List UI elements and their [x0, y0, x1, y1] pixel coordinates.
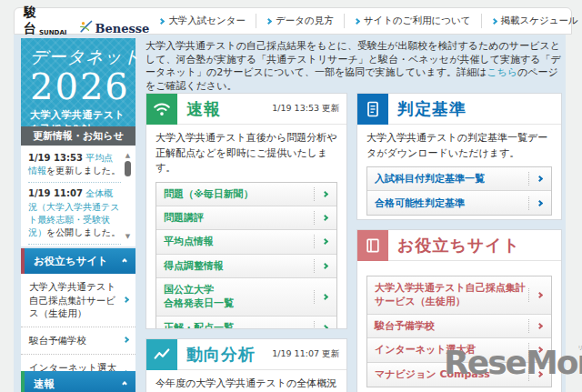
chevron-right-icon: [490, 17, 497, 24]
link-label: 問題（※毎日新聞）: [164, 187, 254, 201]
link-label: 国公立大学 合格発表日一覧: [164, 283, 234, 311]
link-label: 平均点情報: [164, 235, 214, 248]
scroll-thumb[interactable]: [125, 161, 131, 176]
content-panel: データネット 2026 大学入学共通テスト 自己採点集計 更新情報・お知らせ 1…: [14, 35, 566, 392]
trend-chart-icon: [146, 339, 177, 370]
link-label: 合格可能性判定基準: [375, 196, 465, 210]
sidebar-item-label: 駿台予備学校: [29, 335, 86, 346]
card-title: 動向分析: [186, 344, 256, 366]
link-label: 得点調整情報: [164, 259, 224, 273]
chevron-right-icon: [158, 17, 165, 24]
nav-exam-center[interactable]: 大学入試センター: [149, 14, 256, 28]
sundai-logo-kanji: 駿台: [24, 5, 37, 37]
chevron-right-icon: [528, 288, 544, 302]
link-mondai-kouhyou[interactable]: 問題講評: [156, 206, 336, 230]
benesse-logo-text: Benesse: [95, 22, 149, 35]
banner-year: 2026: [30, 69, 126, 104]
scroll-up-icon[interactable]: ▲: [124, 153, 132, 159]
card-link-list: 入試科目付判定基準一覧 合格可能性判定基準: [366, 166, 552, 216]
card-doukou-bunseki: 動向分析 1/19 11:07 更新 今年度の大学入学共通テストの全体概況ほか、…: [146, 338, 347, 392]
document-icon: [357, 94, 388, 125]
sidebar-accordion-useful-sites[interactable]: お役立ちサイト: [21, 248, 135, 274]
nav-schedule[interactable]: 掲載スケジュール: [481, 14, 582, 28]
card-header: 速報 1/19 13:53 更新: [146, 94, 346, 125]
card-sokuhou: 速報 1/19 13:53 更新 大学入学共通テスト直後から問題分析や正解配点な…: [146, 93, 347, 329]
news-date: 1/19 11:07: [28, 188, 85, 198]
intro-detail-link[interactable]: こちら: [487, 66, 517, 78]
link-sundai-school[interactable]: 駿台予備学校: [367, 315, 551, 338]
page: 駿台 SUNDAI Benesse 大学入試センター データの見方 サイトのご利…: [0, 0, 582, 392]
nav-label: 大学入試センター: [168, 15, 246, 27]
resemom-watermark: リセマム ReseMom.: [444, 347, 582, 379]
card-description: 大学入学共通テストの判定基準一覧データがダウンロードいただけます。: [357, 125, 561, 166]
sidebar-item-self-scoring-service[interactable]: 大学入学共通テスト自己採点集計サービス（生徒用）: [21, 274, 135, 327]
resemom-logo: ReseMom.: [444, 347, 582, 379]
nav-label: データの見方: [276, 15, 334, 27]
nav-data-view[interactable]: データの見方: [256, 14, 344, 28]
card-link-list: 問題（※毎日新聞） 問題講評 平均点情報 得点調整情報 国公立大学 合格発表日一…: [156, 182, 337, 330]
scrollbar[interactable]: ▲ ▼: [124, 153, 132, 240]
chevron-right-icon: [314, 290, 329, 304]
news-list: 1/19 13:53 平均点情報を更新しました。 1/19 11:07 全体概況…: [21, 146, 135, 246]
resemom-ruby: リセマム: [577, 344, 582, 352]
scroll-down-icon[interactable]: ▼: [124, 234, 132, 240]
chevron-right-icon: [528, 196, 544, 210]
sundai-logo[interactable]: 駿台 SUNDAI: [24, 5, 66, 37]
link-mondai[interactable]: 問題（※毎日新聞）: [156, 183, 336, 206]
link-self-scoring-service[interactable]: 大学入学共通テスト自己採点集計サービス（生徒用）: [367, 276, 551, 315]
card-title: 判定基準: [397, 98, 467, 120]
link-label: 大学入学共通テスト自己採点集計サービス（生徒用）: [375, 281, 528, 309]
book-icon: [357, 230, 388, 261]
chevron-right-icon: [314, 211, 329, 225]
card-description: 今年度の大学入学共通テストの全体概況ほか、大: [146, 370, 346, 392]
top-nav: 大学入試センター データの見方 サイトのご利用について 掲載スケジュール 属性確…: [149, 8, 582, 34]
sidebar-item-sundai-school[interactable]: 駿台予備学校: [21, 327, 135, 355]
link-goukaku-kanousei-kijun[interactable]: 合格可能性判定基準: [367, 191, 551, 215]
news-header: 更新情報・お知らせ: [21, 126, 135, 146]
card-header: 判定基準: [357, 94, 561, 125]
chevron-right-icon: [528, 319, 544, 333]
link-goukaku-happyoubi[interactable]: 国公立大学 合格発表日一覧: [156, 278, 336, 317]
link-label: 入試科目付判定基準一覧: [375, 172, 485, 186]
card-title: 速報: [186, 98, 221, 120]
news-item: 1/18 22:16 平均点情報を公開しました。: [28, 244, 121, 246]
chevron-right-icon: [123, 297, 129, 303]
card-updated: 1/19 11:07 更新: [272, 348, 346, 360]
link-label: 正解・配点一覧: [164, 321, 234, 329]
card-header: 動向分析 1/19 11:07 更新: [146, 339, 346, 370]
chevron-right-icon: [314, 321, 329, 329]
chevron-right-icon: [123, 337, 129, 343]
news-date: 1/19 13:53: [28, 153, 85, 163]
chevron-right-icon: [314, 187, 329, 201]
link-nyuushi-kamoku-kijun[interactable]: 入試科目付判定基準一覧: [367, 167, 551, 191]
nav-label: サイトのご利用について: [364, 15, 471, 27]
logo-group: 駿台 SUNDAI Benesse: [24, 5, 149, 37]
news-rest: を更新しました。: [46, 166, 120, 176]
intro-paragraph: 大学入学共通テストの自己採点結果をもとに、受験生が出願校を検討するためのサービス…: [146, 40, 562, 93]
sidebar-accordion-sokuhou[interactable]: 速報: [21, 371, 135, 392]
datanet-banner[interactable]: データネット 2026 大学入学共通テスト 自己採点集計: [21, 38, 135, 126]
chevron-right-icon: [266, 17, 272, 24]
banner-subtitle-line1: 大学入学共通テスト: [30, 108, 126, 123]
news-item: 1/19 11:07 全体概況（大学入学共通テスト最終志願・受験状況）を公開しま…: [28, 182, 121, 239]
chevron-up-icon: [122, 258, 127, 264]
card-header: お役立ちサイト: [357, 230, 561, 261]
card-updated: 1/19 13:53 更新: [272, 103, 346, 115]
card-description: 大学入学共通テスト直後から問題分析や正解配点などを即時にご提供いたします。: [146, 125, 346, 182]
nav-site-usage[interactable]: サイトのご利用について: [344, 14, 481, 28]
card-title: お役立ちサイト: [397, 235, 520, 256]
chevron-right-icon: [354, 17, 360, 24]
chevron-right-icon: [314, 259, 329, 273]
nav-label: 掲載スケジュール: [501, 15, 578, 27]
chevron-right-icon: [528, 172, 544, 186]
accordion-label: 速報: [34, 377, 55, 391]
link-tokuten-chousei[interactable]: 得点調整情報: [156, 255, 336, 278]
chevron-right-icon: [314, 235, 329, 248]
news-rest: を公開しました。: [46, 227, 120, 237]
link-seikai-haiten[interactable]: 正解・配点一覧: [156, 317, 336, 329]
card-hantei-kijun: 判定基準 大学入学共通テストの判定基準一覧データがダウンロードいただけます。 入…: [356, 93, 562, 220]
site-header: 駿台 SUNDAI Benesse 大学入試センター データの見方 サイトのご利…: [14, 7, 572, 35]
link-heikinten[interactable]: 平均点情報: [156, 230, 336, 254]
accordion-label: お役立ちサイト: [34, 255, 108, 268]
news-item: 1/19 13:53 平均点情報を更新しました。: [28, 152, 121, 177]
